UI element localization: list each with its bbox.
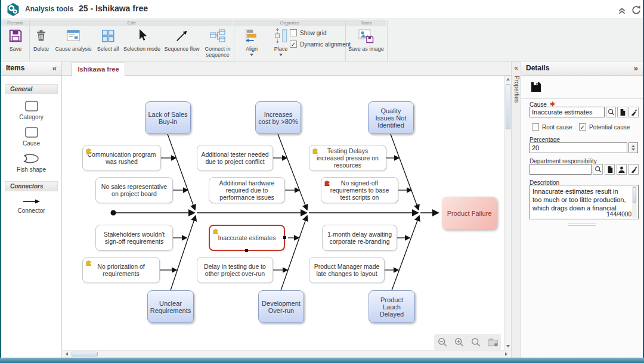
cause-node[interactable]: Product Manager made late changes to lay… (309, 257, 385, 283)
selection-mode-button[interactable]: Selection mode (122, 27, 162, 60)
ribbon: Record Edit Organize Tools Save (1, 19, 643, 61)
items-group-general[interactable]: General (5, 84, 58, 94)
percentage-stepper[interactable] (628, 142, 638, 153)
document-icon (619, 108, 626, 116)
collapse-details-icon[interactable]: » (634, 61, 638, 75)
align-button[interactable]: Align (239, 27, 265, 60)
cause-node-selected[interactable]: Inaccurate estimates (209, 225, 285, 251)
show-grid-checkbox[interactable]: Show grid (290, 29, 326, 36)
percentage-input[interactable] (530, 142, 627, 153)
refresh-icon[interactable] (631, 5, 642, 15)
save-icon (8, 28, 23, 44)
search-icon (595, 166, 602, 173)
cause-node[interactable]: Additional tester needed due to project … (197, 145, 273, 171)
search-cause-button[interactable] (606, 107, 616, 117)
canvas-horizontal-scrollbar[interactable] (62, 350, 511, 358)
cause-node[interactable]: Testing Delays increased pressure on res… (309, 145, 386, 171)
cause-node[interactable]: No sales representative on project board (95, 177, 173, 203)
ribbon-group-edit: Edit (30, 20, 233, 26)
cause-node[interactable]: No priorization of requirements (82, 257, 160, 283)
root-cause-checkbox[interactable]: Root cause (532, 123, 572, 131)
zoom-in-button[interactable] (453, 336, 466, 349)
select-all-icon (100, 28, 116, 44)
sequence-flow-button[interactable]: Sequence flow (162, 27, 202, 60)
category-node[interactable]: Development Over-run (258, 290, 304, 323)
category-node[interactable]: Product Lauch Delayed (369, 290, 415, 323)
category-node[interactable]: Increases cost by >80% (255, 101, 301, 134)
canvas-vertical-scrollbar[interactable] (504, 76, 511, 350)
connect-in-sequence-button[interactable]: Connect in sequence (202, 27, 234, 60)
description-textarea[interactable]: Innacurate estimates result in too much … (530, 185, 639, 219)
properties-strip[interactable]: « Properties (511, 61, 521, 358)
category-node[interactable]: Lack of Sales Buy-in (145, 101, 191, 134)
diagram-canvas[interactable]: Lack of Sales Buy-in Increases cost by >… (62, 76, 504, 350)
resize-grip[interactable] (568, 224, 596, 226)
search-department-button[interactable] (593, 164, 603, 175)
scrollbar-thumb[interactable] (633, 187, 636, 203)
save-details-icon[interactable] (530, 81, 542, 93)
cause-node[interactable]: Additional hardware required due to perf… (209, 177, 285, 203)
collapse-panel-icon[interactable]: « (52, 61, 57, 75)
tool-category[interactable]: Category (1, 100, 61, 120)
step-down-icon[interactable] (631, 148, 635, 151)
puzzle-marker-icon (85, 147, 92, 154)
expand-properties-icon[interactable]: « (512, 64, 521, 72)
page-title: 25 - Ishikawa free (79, 4, 148, 13)
cause-analysis-button[interactable]: Cause analysis (54, 27, 93, 60)
breadcrumb-separator: › (70, 4, 73, 13)
dynamic-alignment-checkbox[interactable]: ✓ Dynamic alignment (290, 41, 351, 48)
save-as-image-button[interactable]: Save as image (346, 27, 386, 60)
ribbon-group-tools: Tools (346, 20, 386, 26)
ribbon-group-organize: Organize (234, 20, 345, 26)
dropdown-arrow-icon[interactable] (279, 54, 283, 56)
textarea-scrollbar[interactable] (632, 186, 637, 218)
selection-handle[interactable] (283, 236, 286, 239)
char-counter: 144/4000 (604, 211, 631, 218)
effect-node[interactable]: Product Failure (442, 197, 497, 229)
document-button[interactable] (605, 164, 615, 175)
scroll-right-button[interactable] (503, 350, 510, 358)
category-node[interactable]: Unclear Requirements (147, 290, 194, 323)
selection-handle[interactable] (245, 249, 248, 252)
cause-node[interactable]: Stakeholders wouldn't sign-off requireme… (95, 225, 173, 251)
cause-node[interactable]: Delay in testing due to other project ov… (197, 257, 273, 283)
category-node[interactable]: Quality Issues Not Identified (368, 101, 414, 134)
cause-node[interactable]: No signed-off requirements to base test … (321, 177, 398, 203)
align-icon (244, 28, 259, 44)
assign-person-button[interactable] (617, 164, 627, 175)
scrollbar-thumb[interactable] (506, 84, 510, 129)
cause-node[interactable]: Communication program was rushed (82, 145, 161, 171)
dropdown-arrow-icon[interactable] (250, 54, 253, 56)
checkbox-icon: ✓ (290, 41, 297, 48)
collapse-ribbon-icon[interactable] (617, 5, 627, 15)
app-logo-icon (6, 2, 20, 17)
fit-view-button[interactable] (486, 336, 500, 349)
zoom-reset-button[interactable] (469, 336, 483, 349)
clear-field-button[interactable] (628, 107, 639, 117)
document-icon (606, 166, 614, 173)
scroll-left-button[interactable] (63, 350, 70, 358)
step-up-icon[interactable] (631, 145, 635, 147)
checkbox-icon (290, 29, 297, 36)
delete-button[interactable]: Delete (30, 27, 52, 60)
tool-cause[interactable]: Cause (1, 126, 61, 147)
cause-node[interactable]: 1-month delay awaiting corporate re-bran… (322, 225, 397, 251)
items-panel-header: Items « (1, 61, 61, 76)
scrollbar-thumb[interactable] (72, 352, 98, 356)
items-group-connectors[interactable]: Connectors (5, 181, 58, 191)
puzzle-marker-icon (324, 179, 330, 186)
zoom-out-button[interactable] (436, 336, 450, 349)
ribbon-separator (234, 20, 234, 61)
tab-ishikawa-free[interactable]: Ishikawa free (72, 63, 125, 76)
select-all-button[interactable]: Select all (94, 27, 122, 60)
save-button[interactable]: Save (4, 27, 27, 60)
tool-connector[interactable]: Connector (1, 197, 61, 214)
potential-cause-checkbox[interactable]: ✓ Potential cause (579, 123, 630, 131)
document-button[interactable] (617, 107, 627, 117)
breadcrumb[interactable]: Analysis tools (25, 5, 73, 13)
cause-input[interactable] (530, 107, 605, 117)
properties-tab-label[interactable]: Properties (513, 76, 520, 103)
department-input[interactable] (530, 164, 592, 175)
clear-field-button[interactable] (628, 164, 639, 175)
tool-fish-shape[interactable]: Fish shape (1, 153, 61, 173)
